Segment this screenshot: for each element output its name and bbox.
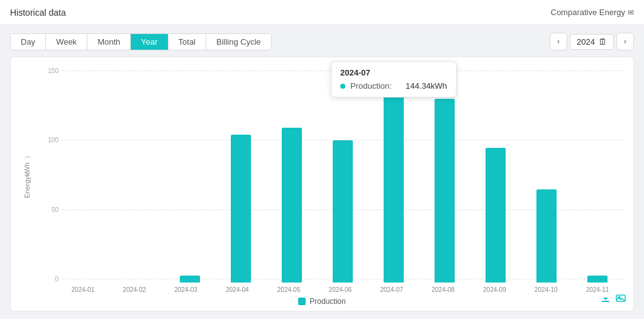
bar-group[interactable] <box>164 67 215 283</box>
bar[interactable] <box>384 76 404 283</box>
bar-group[interactable] <box>470 67 521 283</box>
bar-group[interactable] <box>62 67 113 283</box>
grid-label: 0 <box>41 276 58 283</box>
bar[interactable] <box>536 189 557 283</box>
bars-container: 2024-07 Production: 144.34kWh <box>62 67 623 283</box>
x-label: 2024-11 <box>572 286 623 293</box>
grid-label: 50 <box>41 206 58 213</box>
bar-group[interactable] <box>317 67 368 283</box>
bar-group[interactable] <box>266 67 317 283</box>
x-label: 2024-04 <box>211 286 263 293</box>
year-value: 2024 <box>577 37 595 47</box>
image-button[interactable] <box>616 293 626 306</box>
bar-group[interactable] <box>419 67 470 283</box>
year-display[interactable]: 2024 🗓 <box>570 34 614 50</box>
x-label: 2024-02 <box>109 286 160 293</box>
main-content: DayWeekMonthYearTotalBilling Cycle ‹ 202… <box>0 25 644 319</box>
year-nav: ‹ 2024 🗓 › <box>550 33 634 50</box>
comparative-energy-link[interactable]: Comparative Energy ✉ <box>551 8 635 17</box>
prev-year-button[interactable]: ‹ <box>550 33 567 50</box>
bar[interactable] <box>333 140 353 283</box>
controls-row: DayWeekMonthYearTotalBilling Cycle ‹ 202… <box>10 33 634 50</box>
tab-month[interactable]: Month <box>87 34 131 50</box>
download-button[interactable] <box>601 293 611 306</box>
tab-day[interactable]: Day <box>11 34 46 50</box>
calendar-icon: 🗓 <box>599 37 607 47</box>
grid-label: 150 <box>41 67 58 74</box>
bar-group[interactable] <box>113 67 164 283</box>
chart-area: Energy（kWh） 150100500 2024-07 Production… <box>10 57 634 311</box>
x-label: 2024-09 <box>469 286 521 293</box>
tab-week[interactable]: Week <box>46 34 87 50</box>
bar[interactable] <box>231 135 251 283</box>
chart-plot: 150100500 2024-07 Production: 144.34kWh <box>41 67 623 283</box>
x-label: 2024-03 <box>160 286 212 293</box>
legend-color-dot <box>298 298 306 305</box>
bar-group[interactable] <box>215 67 266 283</box>
next-year-button[interactable]: › <box>616 33 634 50</box>
tab-total[interactable]: Total <box>169 34 206 50</box>
bar[interactable] <box>486 148 506 283</box>
x-label: 2024-07 <box>366 286 418 293</box>
x-label: 2024-08 <box>418 286 469 293</box>
x-label: 2024-06 <box>314 286 366 293</box>
x-label: 2024-10 <box>520 286 572 293</box>
page-title: Historical data <box>10 8 66 18</box>
bar-group[interactable] <box>369 67 419 283</box>
tab-group: DayWeekMonthYearTotalBilling Cycle <box>10 33 272 50</box>
bar[interactable] <box>435 99 455 283</box>
x-axis: 2024-012024-022024-032024-042024-052024-… <box>57 286 623 293</box>
bar[interactable] <box>282 128 302 283</box>
comparative-label: Comparative Energy <box>551 8 626 17</box>
chart-wrapper: Energy（kWh） 150100500 2024-07 Production… <box>21 67 623 293</box>
bar[interactable] <box>587 276 608 283</box>
legend-label: Production <box>309 297 345 306</box>
x-label: 2024-05 <box>263 286 314 293</box>
chart-legend: Production <box>21 297 623 306</box>
tab-billing[interactable]: Billing Cycle <box>206 34 271 50</box>
tab-year[interactable]: Year <box>131 34 168 50</box>
grid-label: 100 <box>41 137 58 143</box>
top-bar: Historical data Comparative Energy ✉ <box>0 0 644 25</box>
chart-inner: 150100500 2024-07 Production: 144.34kWh … <box>36 67 623 293</box>
y-axis-label: Energy（kWh） <box>21 67 33 293</box>
svg-rect-0 <box>602 301 609 302</box>
bar-group[interactable] <box>572 67 623 283</box>
chart-actions <box>601 293 626 306</box>
bar-group[interactable] <box>521 67 572 283</box>
x-label: 2024-01 <box>57 286 109 293</box>
mail-icon: ✉ <box>628 8 634 17</box>
bar[interactable] <box>180 276 200 283</box>
